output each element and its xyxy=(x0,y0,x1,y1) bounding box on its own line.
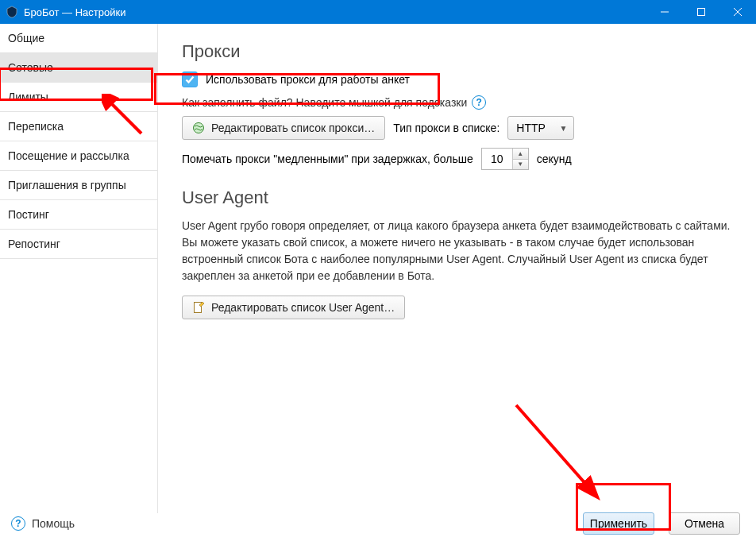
proxy-type-select[interactable]: HTTP ▼ xyxy=(507,116,574,140)
sidebar-item-posting[interactable]: Постинг xyxy=(0,200,157,230)
proxy-type-label: Тип прокси в списке: xyxy=(393,122,499,134)
proxy-slow-row: Помечать прокси "медленными" при задержк… xyxy=(182,148,732,170)
app-icon xyxy=(5,5,19,19)
apply-label: Применить xyxy=(590,517,647,530)
use-proxy-label: Использовать прокси для работы анкет xyxy=(206,73,410,86)
sidebar-item-invites[interactable]: Приглашения в группы xyxy=(0,171,157,200)
edit-ua-list-button[interactable]: Редактировать список User Agent… xyxy=(182,296,405,319)
proxy-type-value: HTTP xyxy=(516,122,546,134)
stepper-up-button[interactable]: ▲ xyxy=(513,149,528,160)
sidebar: Общие Сетевые Лимиты Переписка Посещение… xyxy=(0,24,158,513)
ua-description: User Agent грубо говоря определяет, от л… xyxy=(182,218,732,284)
help-link[interactable]: ? Помощь xyxy=(11,516,75,531)
minimize-button[interactable] xyxy=(646,0,683,24)
svg-rect-1 xyxy=(698,9,705,16)
close-icon xyxy=(734,8,742,16)
slow-threshold-input[interactable] xyxy=(482,149,512,169)
window-controls xyxy=(646,0,756,24)
titlebar: БроБот — Настройки xyxy=(0,0,756,24)
minimize-icon xyxy=(661,8,669,16)
maximize-icon xyxy=(697,8,705,16)
stepper-down-button[interactable]: ▼ xyxy=(513,160,528,170)
apply-button[interactable]: Применить xyxy=(583,512,654,535)
close-button[interactable] xyxy=(719,0,756,24)
proxy-section-title: Прокси xyxy=(182,41,732,62)
main-panel: Прокси Использовать прокси для работы ан… xyxy=(158,24,756,513)
proxy-hint-row: Как заполнить файл? Наведите мышкой для … xyxy=(182,95,732,110)
proxy-list-row: Редактировать список прокси… Тип прокси … xyxy=(182,116,732,140)
sidebar-item-label: Лимиты xyxy=(8,91,48,103)
cancel-button[interactable]: Отмена xyxy=(669,512,740,535)
sidebar-item-limits[interactable]: Лимиты xyxy=(0,83,157,112)
cancel-label: Отмена xyxy=(685,517,724,530)
ua-section-title: User Agent xyxy=(182,187,732,208)
help-icon[interactable]: ? xyxy=(472,95,486,110)
bottom-bar: ? Помощь Применить Отмена xyxy=(0,513,756,541)
sidebar-item-label: Посещение и рассылка xyxy=(8,149,129,162)
sidebar-item-network[interactable]: Сетевые xyxy=(0,53,157,83)
sidebar-item-label: Переписка xyxy=(8,120,64,133)
window-title: БроБот — Настройки xyxy=(24,6,125,18)
sidebar-item-label: Сетевые xyxy=(8,61,53,74)
proxy-slow-post: секунд xyxy=(537,153,572,165)
sidebar-item-label: Постинг xyxy=(8,208,49,221)
sidebar-item-label: Репостинг xyxy=(8,238,60,250)
edit-proxy-list-button[interactable]: Редактировать список прокси… xyxy=(182,116,385,140)
sidebar-item-visit[interactable]: Посещение и рассылка xyxy=(0,141,157,171)
maximize-button[interactable] xyxy=(683,0,719,24)
edit-proxy-list-label: Редактировать список прокси… xyxy=(211,122,375,134)
edit-ua-list-label: Редактировать список User Agent… xyxy=(211,301,395,314)
help-icon: ? xyxy=(11,516,25,531)
svg-point-4 xyxy=(194,123,204,133)
proxy-slow-pre: Помечать прокси "медленными" при задержк… xyxy=(182,153,473,165)
slow-threshold-stepper[interactable]: ▲ ▼ xyxy=(481,148,529,170)
proxy-hint-text: Как заполнить файл? Наведите мышкой для … xyxy=(182,96,467,109)
sidebar-item-reposting[interactable]: Репостинг xyxy=(0,230,157,259)
sidebar-item-label: Приглашения в группы xyxy=(8,179,126,191)
sidebar-item-messaging[interactable]: Переписка xyxy=(0,112,157,141)
use-proxy-checkbox[interactable] xyxy=(182,71,198,87)
sidebar-item-label: Общие xyxy=(8,32,44,44)
sidebar-item-general[interactable]: Общие xyxy=(0,24,157,53)
check-icon xyxy=(184,74,195,85)
help-label: Помощь xyxy=(32,517,75,530)
chevron-down-icon: ▼ xyxy=(559,124,567,133)
use-proxy-checkbox-row: Использовать прокси для работы анкет xyxy=(182,71,732,87)
edit-document-icon xyxy=(192,301,205,314)
globe-icon xyxy=(192,122,205,134)
